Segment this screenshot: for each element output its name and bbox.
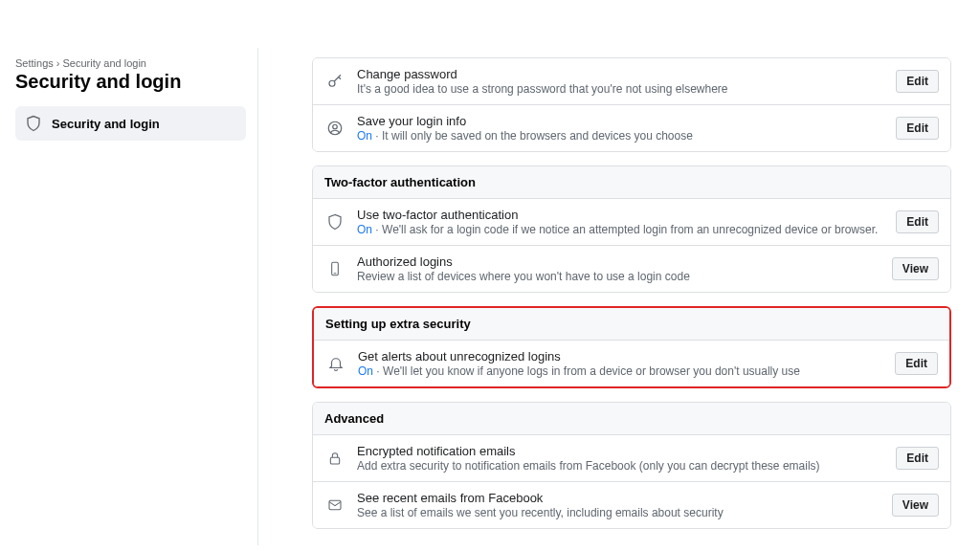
row-save-login-info: Save your login info On · It will only b… xyxy=(313,104,950,151)
svg-rect-5 xyxy=(330,457,339,464)
row-title: Encrypted notification emails xyxy=(357,444,884,458)
row-encrypted-emails: Encrypted notification emails Add extra … xyxy=(313,435,950,481)
row-desc: It's a good idea to use a strong passwor… xyxy=(357,82,884,96)
page-title: Security and login xyxy=(15,71,246,93)
user-circle-icon xyxy=(324,118,345,139)
row-desc: Add extra security to notification email… xyxy=(357,459,884,473)
row-desc: On · We'll ask for a login code if we no… xyxy=(357,223,884,236)
svg-point-2 xyxy=(333,124,338,129)
row-title: Authorized logins xyxy=(357,254,880,269)
section-extra-security: Setting up extra security Get alerts abo… xyxy=(312,306,951,388)
row-desc: On · We'll let you know if anyone logs i… xyxy=(358,364,883,378)
lock-icon xyxy=(324,448,345,469)
shield-icon xyxy=(25,115,42,132)
row-get-alerts: Get alerts about unrecognized logins On … xyxy=(314,341,949,386)
section-header: Two-factor authentication xyxy=(313,166,950,199)
row-desc: On · It will only be saved on the browse… xyxy=(357,129,884,143)
sidebar-item-security-and-login[interactable]: Security and login xyxy=(15,106,246,141)
svg-point-0 xyxy=(329,80,335,86)
section-header: Setting up extra security xyxy=(314,308,949,341)
shield-icon xyxy=(324,211,345,232)
row-recent-emails: See recent emails from Facebook See a li… xyxy=(313,481,950,528)
row-use-two-factor: Use two-factor authentication On · We'll… xyxy=(313,199,950,245)
row-authorized-logins: Authorized logins Review a list of devic… xyxy=(313,245,950,292)
edit-button[interactable]: Edit xyxy=(896,210,939,233)
row-title: Use two-factor authentication xyxy=(357,208,884,222)
status-on: On xyxy=(358,364,373,378)
sidebar-item-label: Security and login xyxy=(52,117,160,131)
main-content: Change password It's a good idea to use … xyxy=(258,48,980,545)
view-button[interactable]: View xyxy=(892,257,939,280)
phone-icon xyxy=(324,258,345,279)
breadcrumb: Settings › Security and login xyxy=(15,57,246,69)
bell-icon xyxy=(325,353,346,374)
row-title: Save your login info xyxy=(357,114,884,128)
edit-button[interactable]: Edit xyxy=(896,447,939,470)
edit-button[interactable]: Edit xyxy=(896,117,939,140)
section-advanced: Advanced Encrypted notification emails A… xyxy=(312,402,951,529)
status-on: On xyxy=(357,223,372,236)
svg-rect-6 xyxy=(329,500,341,509)
section-header: Advanced xyxy=(313,403,950,435)
mail-icon xyxy=(324,495,345,516)
edit-button[interactable]: Edit xyxy=(895,352,938,375)
row-change-password: Change password It's a good idea to use … xyxy=(313,58,950,104)
row-title: Get alerts about unrecognized logins xyxy=(358,349,883,364)
sidebar: Settings › Security and login Security a… xyxy=(0,48,258,545)
status-on: On xyxy=(357,129,372,143)
row-title: Change password xyxy=(357,67,884,81)
view-button[interactable]: View xyxy=(892,494,939,517)
section-two-factor: Two-factor authentication Use two-factor… xyxy=(312,165,951,293)
section-login: Change password It's a good idea to use … xyxy=(312,57,951,152)
row-desc: Review a list of devices where you won't… xyxy=(357,270,880,283)
row-title: See recent emails from Facebook xyxy=(357,491,880,505)
row-desc: See a list of emails we sent you recentl… xyxy=(357,506,880,519)
key-icon xyxy=(324,71,345,92)
edit-button[interactable]: Edit xyxy=(896,70,939,93)
